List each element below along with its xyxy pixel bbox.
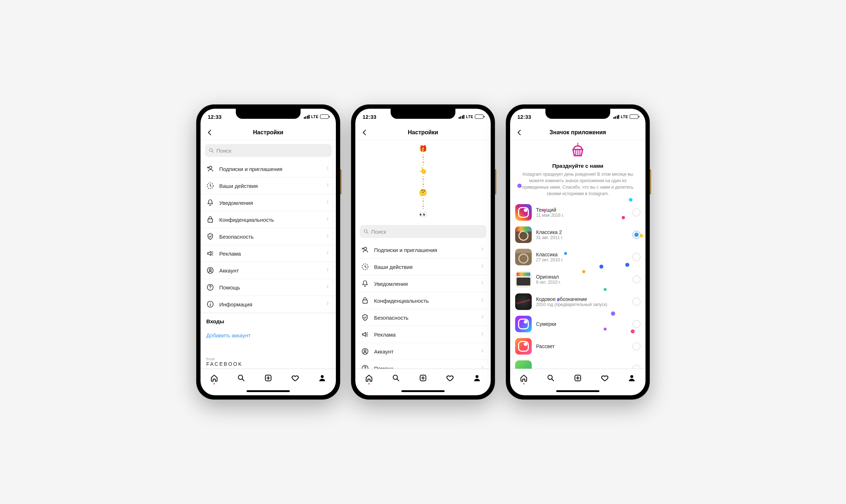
row-label: Помощь (374, 365, 475, 369)
row-label: Уведомления (374, 281, 475, 287)
page-title: Настройки (408, 129, 438, 136)
network-label: LTE (466, 114, 473, 119)
settings-row[interactable]: Ваши действия (355, 258, 491, 275)
tab-likes[interactable] (445, 373, 455, 383)
tab-home[interactable] (364, 373, 374, 383)
radio-button[interactable] (633, 365, 640, 369)
tab-likes[interactable] (290, 373, 300, 383)
radio-button[interactable] (633, 342, 640, 350)
tab-search[interactable] (236, 373, 246, 383)
row-label: Уведомления (219, 200, 320, 206)
tab-likes[interactable] (600, 373, 610, 383)
icon-option-row[interactable]: Сумерки (510, 313, 645, 335)
help-icon (361, 364, 369, 369)
radio-button[interactable] (633, 253, 640, 261)
settings-row[interactable]: Конфиденциальность (201, 211, 336, 228)
search-input[interactable]: Поиск (360, 225, 486, 238)
option-title: Оригинал (536, 274, 628, 280)
tab-add[interactable] (263, 373, 273, 383)
back-button[interactable] (206, 128, 214, 137)
icon-thumbnail (515, 338, 532, 355)
tab-bar (355, 369, 491, 387)
radio-button[interactable] (633, 298, 640, 306)
emoji: 👆 (419, 167, 427, 175)
phone-1: 12:33 LTE Настройки Поиск Подписки и при… (196, 104, 340, 400)
add-user-icon (361, 246, 369, 254)
home-indicator[interactable] (201, 387, 336, 395)
row-label: Помощь (219, 284, 320, 291)
radio-button[interactable] (633, 208, 640, 216)
search-icon (363, 229, 369, 234)
phone-2: 12:33 LTE Настройки 🎁👆🤔👀 Поиск Подписки … (351, 104, 495, 400)
settings-row[interactable]: Уведомления (355, 275, 491, 292)
icon-option-row[interactable]: Классика 2 31 авг. 2011 г. (510, 224, 645, 246)
tab-search[interactable] (391, 373, 401, 383)
search-icon (208, 148, 214, 153)
radio-button[interactable] (633, 275, 640, 283)
page-title: Значок приложения (549, 129, 606, 136)
add-user-icon (206, 165, 214, 173)
settings-row[interactable]: Помощь (355, 360, 491, 369)
emoji-easter-egg[interactable]: 🎁👆🤔👀 (355, 140, 491, 221)
notch (391, 109, 455, 119)
network-label: LTE (311, 114, 319, 119)
status-time: 12:33 (208, 114, 221, 120)
radio-button[interactable] (633, 320, 640, 328)
settings-row[interactable]: Уведомления (201, 194, 336, 211)
settings-row[interactable]: Реклама (201, 245, 336, 262)
shield-icon (206, 233, 214, 240)
chevron-right-icon (480, 280, 485, 287)
user-circle-icon (206, 266, 214, 274)
settings-row[interactable]: Безопасность (355, 309, 491, 326)
icon-option-row[interactable]: Текущий 11 мая 2016 г. (510, 201, 645, 224)
radio-button[interactable] (633, 231, 640, 239)
tab-home[interactable] (519, 373, 529, 383)
settings-row[interactable]: Подписки и приглашения (355, 242, 491, 258)
icon-option-row[interactable]: Оригинал 6 окт. 2010 г. (510, 268, 645, 291)
settings-row[interactable]: Ваши действия (201, 177, 336, 194)
bell-icon (206, 199, 214, 207)
tab-profile[interactable] (627, 373, 637, 383)
settings-row[interactable]: Безопасность (201, 228, 336, 245)
search-placeholder: Поиск (216, 148, 231, 154)
option-subtitle: 6 окт. 2010 г. (536, 280, 628, 285)
tab-home[interactable] (209, 373, 219, 383)
emoji: 🤔 (419, 189, 427, 197)
settings-row[interactable]: Аккаунт (201, 262, 336, 279)
settings-row[interactable]: Конфиденциальность (355, 292, 491, 309)
tab-add[interactable] (573, 373, 583, 383)
icon-option-row[interactable] (510, 357, 645, 369)
back-button[interactable] (515, 128, 524, 137)
settings-list: Подписки и приглашения Ваши действия Уве… (355, 242, 491, 369)
chevron-right-icon (480, 348, 485, 355)
settings-row[interactable]: Информация (201, 296, 336, 313)
settings-list: Подписки и приглашения Ваши действия Уве… (201, 161, 336, 313)
option-title: Классика (536, 252, 628, 257)
nav-header: Настройки (201, 125, 336, 140)
search-placeholder: Поиск (371, 229, 386, 235)
home-indicator[interactable] (510, 387, 645, 395)
chevron-right-icon (325, 166, 330, 172)
tab-search[interactable] (546, 373, 556, 383)
icon-thumbnail (515, 204, 532, 221)
person-icon (318, 374, 327, 382)
tab-add[interactable] (418, 373, 428, 383)
home-indicator[interactable] (355, 387, 491, 395)
nav-header: Значок приложения (510, 125, 645, 140)
search-input[interactable]: Поиск (205, 144, 332, 157)
tab-profile[interactable] (472, 373, 482, 383)
icon-option-row[interactable]: Рассвет (510, 335, 645, 357)
back-button[interactable] (360, 128, 369, 137)
screen-3: 12:33 LTE Значок приложения Празднуйте с… (510, 109, 645, 395)
tab-profile[interactable] (317, 373, 327, 383)
settings-row[interactable]: Помощь (201, 279, 336, 296)
shield-icon (361, 314, 369, 321)
icon-option-row[interactable]: Кодовое обозначение 2010 год (предварите… (510, 291, 645, 313)
cupcake-icon (570, 143, 586, 159)
add-account-link[interactable]: Добавить аккаунт (201, 328, 336, 343)
row-label: Конфиденциальность (219, 217, 320, 223)
icon-option-row[interactable]: Классика 27 окт. 2010 г. (510, 246, 645, 268)
settings-row[interactable]: Реклама (355, 326, 491, 343)
settings-row[interactable]: Аккаунт (355, 343, 491, 360)
settings-row[interactable]: Подписки и приглашения (201, 161, 336, 177)
